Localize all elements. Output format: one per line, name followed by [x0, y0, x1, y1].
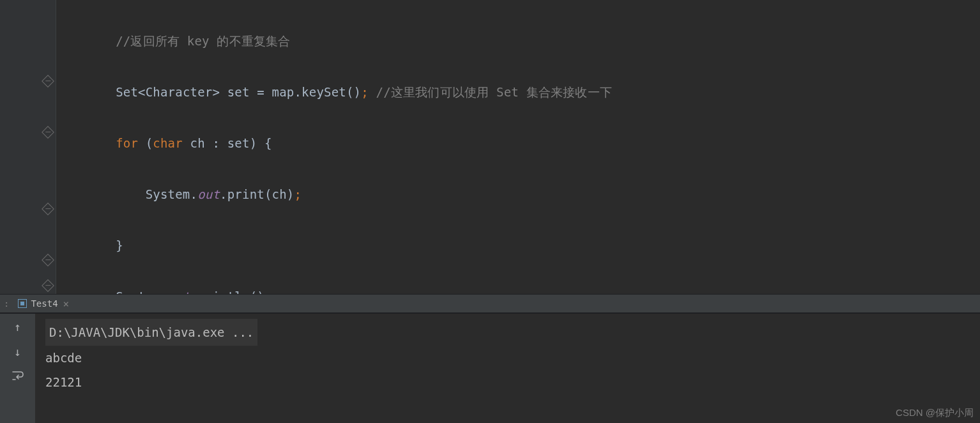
code-comment: //这里我们可以使用 Set 集合来接收一下 — [369, 85, 612, 99]
code-text: ch : set) { — [183, 136, 272, 150]
fold-marker-icon[interactable] — [42, 203, 54, 215]
arrow-up-icon[interactable]: ↑ — [14, 320, 21, 334]
code-field: out — [197, 187, 220, 201]
wrap-icon[interactable] — [11, 370, 24, 383]
code-text: ( — [138, 136, 153, 150]
close-icon[interactable]: × — [63, 298, 70, 310]
arrow-down-icon[interactable]: ↓ — [14, 345, 21, 358]
fold-marker-icon[interactable] — [42, 254, 54, 266]
fold-marker-icon[interactable] — [42, 126, 54, 139]
console-cmd-line: D:\JAVA\JDK\bin\java.exe ... — [45, 319, 257, 346]
code-semi: ; — [264, 289, 272, 294]
code-keyword: char — [153, 136, 183, 150]
fold-marker-icon[interactable] — [42, 279, 54, 292]
code-keyword: for — [116, 136, 138, 150]
run-tab[interactable]: Test4 × — [14, 298, 69, 310]
editor-gutter — [0, 0, 56, 294]
run-tab-bar: : Test4 × — [0, 294, 980, 313]
code-semi: ; — [294, 187, 302, 201]
fold-marker-icon[interactable] — [42, 75, 54, 88]
code-text: Set<Character> set = map.keySet() — [116, 85, 361, 99]
watermark-text: CSDN @保护小周 — [896, 407, 974, 419]
run-tab-label: Test4 — [31, 298, 57, 309]
code-text: System. — [146, 187, 197, 201]
run-label-prefix: : — [4, 298, 9, 309]
console-area: ↑ ↓ D:\JAVA\JDK\bin\java.exe ... abcde 2… — [0, 313, 980, 423]
code-comment: //返回所有 key 的不重复集合 — [116, 34, 290, 48]
console-gutter: ↑ ↓ — [0, 314, 35, 423]
console-output[interactable]: D:\JAVA\JDK\bin\java.exe ... abcde 22121 — [35, 314, 257, 423]
code-field: out — [168, 289, 190, 294]
code-text: .print(ch) — [220, 187, 294, 201]
code-semi: ; — [361, 85, 369, 99]
code-block[interactable]: //返回所有 key 的不重复集合 Set<Character> set = m… — [56, 0, 612, 294]
run-tab-icon — [18, 299, 27, 308]
code-brace: } — [116, 238, 123, 252]
code-text: System. — [116, 289, 167, 294]
code-text: .println() — [190, 289, 264, 294]
editor-area: //返回所有 key 的不重复集合 Set<Character> set = m… — [0, 0, 980, 294]
